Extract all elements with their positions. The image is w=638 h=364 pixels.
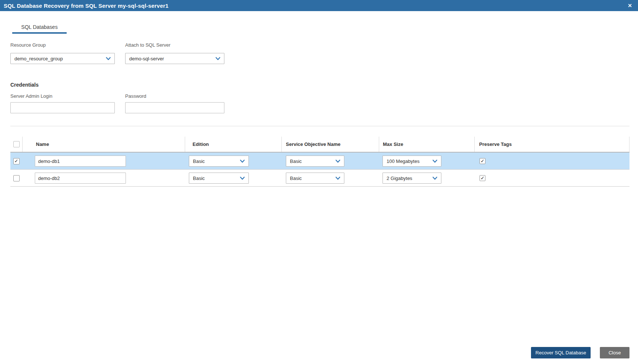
- row-name-cell: [22, 153, 185, 170]
- server-admin-login-input[interactable]: [10, 102, 115, 113]
- row-service-objective-cell: Basic: [281, 153, 379, 170]
- attach-server-select[interactable]: demo-sql-server: [125, 53, 224, 64]
- tab-sql-databases[interactable]: SQL Databases: [12, 21, 67, 34]
- column-header-max-size: Max Size: [379, 137, 474, 152]
- max-size-select[interactable]: 100 Megabytes: [383, 156, 441, 167]
- chevron-down-icon: [240, 160, 245, 163]
- attach-server-label: Attach to SQL Server: [125, 42, 170, 48]
- dialog-title-bar: SQL Database Recovery from SQL Server my…: [0, 0, 638, 11]
- close-icon[interactable]: ✕: [625, 0, 634, 11]
- section-divider: [10, 126, 629, 126]
- service-objective-select[interactable]: Basic: [286, 156, 344, 167]
- databases-table: Name Edition Service Objective Name Max …: [10, 137, 629, 187]
- sql-recovery-dialog: SQL Database Recovery from SQL Server my…: [0, 0, 638, 364]
- row-preserve-tags-cell: ✓: [474, 170, 629, 187]
- chevron-down-icon: [335, 177, 340, 180]
- chevron-down-icon: [216, 57, 220, 60]
- chevron-down-icon: [432, 160, 437, 163]
- max-size-value: 2 Gigabytes: [387, 176, 412, 181]
- chevron-down-icon: [240, 177, 245, 180]
- row-select-cell: ✓: [10, 153, 22, 170]
- db-name-input[interactable]: [35, 156, 126, 167]
- row-select-cell: [10, 170, 22, 187]
- row-name-cell: [22, 170, 185, 187]
- max-size-select[interactable]: 2 Gigabytes: [383, 173, 441, 184]
- row-service-objective-cell: Basic: [281, 170, 379, 187]
- recover-sql-database-button[interactable]: Recover SQL Database: [531, 347, 591, 358]
- preserve-tags-checkbox[interactable]: ✓: [480, 158, 485, 164]
- row-max-size-cell: 2 Gigabytes: [379, 170, 474, 187]
- service-objective-value: Basic: [290, 176, 302, 181]
- column-header-preserve-tags: Preserve Tags: [474, 137, 629, 152]
- row-select-checkbox[interactable]: ✓: [13, 158, 20, 164]
- edition-select[interactable]: Basic: [189, 156, 249, 167]
- edition-value: Basic: [193, 176, 205, 181]
- table-row: ✓ Basic Basic: [10, 153, 629, 170]
- table-header-row: Name Edition Service Objective Name Max …: [10, 137, 629, 153]
- preserve-tags-checkbox[interactable]: ✓: [480, 175, 485, 181]
- row-edition-cell: Basic: [185, 153, 281, 170]
- chevron-down-icon: [335, 160, 340, 163]
- column-header-name: Name: [22, 137, 185, 152]
- column-header-edition: Edition: [185, 137, 281, 152]
- row-select-checkbox[interactable]: [13, 175, 20, 181]
- service-objective-select[interactable]: Basic: [286, 173, 344, 184]
- db-name-input[interactable]: [35, 173, 126, 184]
- password-input[interactable]: [125, 102, 224, 113]
- edition-value: Basic: [193, 158, 205, 164]
- resource-group-value: demo_resource_group: [14, 56, 63, 61]
- password-label: Password: [125, 93, 146, 99]
- column-header-service-objective: Service Objective Name: [281, 137, 379, 152]
- edition-select[interactable]: Basic: [189, 173, 249, 184]
- row-edition-cell: Basic: [185, 170, 281, 187]
- header-select-all-cell: [10, 137, 22, 152]
- row-preserve-tags-cell: ✓: [474, 153, 629, 170]
- close-button[interactable]: Close: [600, 347, 629, 358]
- row-max-size-cell: 100 Megabytes: [379, 153, 474, 170]
- resource-group-select[interactable]: demo_resource_group: [10, 53, 115, 64]
- server-admin-login-label: Server Admin Login: [10, 93, 52, 99]
- tab-label: SQL Databases: [21, 24, 57, 30]
- credentials-heading: Credentials: [10, 82, 39, 88]
- dialog-title: SQL Database Recovery from SQL Server my…: [4, 3, 168, 9]
- resource-group-label: Resource Group: [10, 42, 46, 48]
- chevron-down-icon: [432, 177, 437, 180]
- attach-server-value: demo-sql-server: [129, 56, 164, 61]
- service-objective-value: Basic: [290, 158, 302, 164]
- table-row: Basic Basic 2 Gigabytes: [10, 170, 629, 187]
- max-size-value: 100 Megabytes: [387, 158, 420, 164]
- select-all-checkbox[interactable]: [13, 141, 20, 147]
- chevron-down-icon: [106, 57, 111, 60]
